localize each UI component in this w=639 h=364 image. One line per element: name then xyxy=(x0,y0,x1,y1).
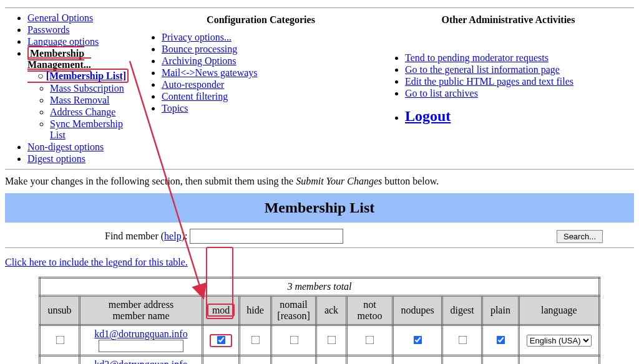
instructions-text: Make your changes in the following secti… xyxy=(5,176,634,187)
nav-gateways[interactable]: Mail<->News gateways xyxy=(162,67,258,78)
nav-membership-list[interactable]: [Membership List] xyxy=(46,70,126,81)
nav-autoresponder[interactable]: Auto-responder xyxy=(162,79,224,90)
legend-toggle-link[interactable]: Click here to include the legend for thi… xyxy=(5,257,634,268)
member-name-input[interactable] xyxy=(99,340,183,352)
checkbox-mod[interactable] xyxy=(217,336,226,345)
table-row: kd2@dotrungquan.infoEnglish (USA) xyxy=(40,356,600,365)
nav-language-options[interactable]: Language options xyxy=(27,36,99,47)
member-email-link[interactable]: kd2@dotrungquan.info xyxy=(94,359,187,364)
nav-sync-membership-list[interactable]: Sync Membership List xyxy=(50,118,123,140)
member-email-link[interactable]: kd1@dotrungquan.info xyxy=(94,328,187,339)
config-categories-heading: Configuration Categories xyxy=(139,14,383,26)
col-plain: plain xyxy=(482,296,519,325)
nav-mass-subscription[interactable]: Mass Subscription xyxy=(50,83,124,93)
find-member-label: Find member (help): xyxy=(105,231,187,242)
nav-edit-html[interactable]: Edit the public HTML pages and text file… xyxy=(405,76,573,87)
membership-list-banner: Membership List xyxy=(5,193,634,223)
col-language: language xyxy=(519,296,599,325)
find-member-input[interactable] xyxy=(190,229,343,244)
other-admin-heading: Other Administrative Activities xyxy=(383,14,634,26)
nav-general-options[interactable]: General Options xyxy=(27,12,93,23)
members-table: 3 members total unsub member addressmemb… xyxy=(39,277,600,364)
find-help-link[interactable]: help xyxy=(164,231,182,241)
nav-digest[interactable]: Digest options xyxy=(27,153,85,164)
col-ack: ack xyxy=(316,296,347,325)
checkbox-unsub[interactable] xyxy=(56,336,64,345)
nav-mass-removal[interactable]: Mass Removal xyxy=(50,95,110,105)
checkbox-digest[interactable] xyxy=(458,336,467,345)
col-nomail: nomail[reason] xyxy=(271,296,316,325)
nav-address-change[interactable]: Address Change xyxy=(50,107,115,117)
nav-membership-management: Membership Management... ○ [Membership L… xyxy=(27,46,129,83)
nav-privacy[interactable]: Privacy options... xyxy=(162,32,232,42)
col-nodupes: nodupes xyxy=(393,296,442,325)
nav-topics[interactable]: Topics xyxy=(162,103,188,113)
nav-bounce[interactable]: Bounce processing xyxy=(162,44,237,54)
checkbox-notmetoo[interactable] xyxy=(366,336,374,345)
nav-pending-requests[interactable]: Tend to pending moderator requests xyxy=(405,52,549,63)
nav-archiving[interactable]: Archiving Options xyxy=(162,55,237,66)
language-select[interactable]: English (USA) xyxy=(527,335,592,347)
col-mod: mod xyxy=(202,296,239,325)
nav-logout[interactable]: Logout xyxy=(405,108,451,124)
checkbox-nodupes[interactable] xyxy=(414,336,422,345)
table-row: kd1@dotrungquan.infoEnglish (USA) xyxy=(40,325,600,356)
nav-content-filtering[interactable]: Content filtering xyxy=(162,91,228,102)
checkbox-nomail[interactable] xyxy=(290,336,298,345)
nav-passwords[interactable]: Passwords xyxy=(27,24,70,35)
col-unsub: unsub xyxy=(40,296,80,325)
checkbox-ack[interactable] xyxy=(328,336,336,345)
col-notmetoo: not metoo xyxy=(346,296,393,325)
col-hide: hide xyxy=(240,296,271,325)
checkbox-plain[interactable] xyxy=(497,336,505,345)
nav-nondigest[interactable]: Non-digest options xyxy=(27,141,104,152)
col-digest: digest xyxy=(442,296,482,325)
nav-archives[interactable]: Go to list archives xyxy=(405,88,478,98)
nav-general-info[interactable]: Go to the general list information page xyxy=(405,64,560,75)
members-caption: 3 members total xyxy=(40,278,600,296)
search-button[interactable]: Search... xyxy=(557,230,603,243)
checkbox-hide[interactable] xyxy=(251,336,260,345)
col-member: member addressmember name xyxy=(80,296,203,325)
